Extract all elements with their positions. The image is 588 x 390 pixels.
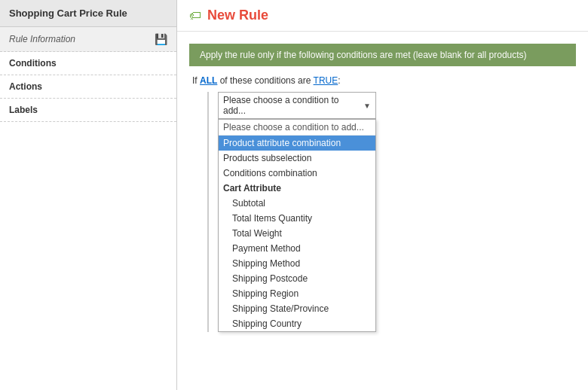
sidebar-title: Shopping Cart Price Rule — [0, 0, 176, 27]
condition-prefix: If — [192, 75, 198, 86]
dropdown-group-cart-attribute: Cart Attribute — [219, 181, 375, 196]
condition-dropdown-list: Please choose a condition to add... Prod… — [218, 119, 376, 332]
dropdown-arrow-icon: ▼ — [363, 102, 371, 110]
condition-dropdown-trigger[interactable]: Please choose a condition to add... ▼ — [218, 92, 376, 119]
condition-suffix: : — [338, 75, 340, 86]
sidebar-item-conditions-label: Conditions — [9, 58, 57, 69]
condition-banner: Apply the rule only if the following con… — [189, 44, 576, 66]
sidebar-item-rule-information[interactable]: Rule Information 💾 — [0, 27, 176, 52]
dropdown-item-shipping-country[interactable]: Shipping Country — [219, 316, 375, 331]
dropdown-item-total-weight[interactable]: Total Weight — [219, 226, 375, 241]
dropdown-item-total-items-quantity[interactable]: Total Items Quantity — [219, 211, 375, 226]
dropdown-placeholder: Please choose a condition to add... — [223, 95, 363, 116]
condition-border: Please choose a condition to add... ▼ Pl… — [207, 92, 376, 332]
sidebar-item-labels[interactable]: Labels — [0, 99, 176, 122]
main-content: 🏷 New Rule Apply the rule only if the fo… — [177, 0, 588, 390]
condition-middle: of these conditions are — [220, 75, 311, 86]
condition-row: Please choose a condition to add... ▼ Pl… — [189, 92, 576, 332]
dropdown-item-product-attribute-combination[interactable]: Product attribute combination — [219, 136, 375, 151]
dropdown-item-subtotal[interactable]: Subtotal — [219, 196, 375, 211]
tag-icon: 🏷 — [189, 9, 201, 23]
dropdown-item-shipping-state-province[interactable]: Shipping State/Province — [219, 301, 375, 316]
dropdown-item-shipping-postcode[interactable]: Shipping Postcode — [219, 271, 375, 286]
all-link[interactable]: ALL — [200, 75, 217, 86]
sidebar-item-actions[interactable]: Actions — [0, 75, 176, 99]
save-icon: 💾 — [155, 33, 167, 45]
sidebar-item-conditions[interactable]: Conditions — [0, 52, 176, 75]
dropdown-item-payment-method[interactable]: Payment Method — [219, 241, 375, 256]
dropdown-item-products-subselection[interactable]: Products subselection — [219, 151, 375, 166]
content-area: Apply the rule only if the following con… — [177, 32, 588, 344]
dropdown-item-shipping-method[interactable]: Shipping Method — [219, 256, 375, 271]
sidebar-item-rule-information-label: Rule Information — [9, 34, 75, 44]
sidebar-item-actions-label: Actions — [9, 81, 42, 92]
sidebar-item-labels-label: Labels — [9, 105, 38, 115]
condition-logic: If ALL of these conditions are TRUE: — [189, 75, 576, 86]
dropdown-item-shipping-region[interactable]: Shipping Region — [219, 286, 375, 301]
true-link[interactable]: TRUE — [314, 75, 338, 86]
dropdown-item-placeholder-2[interactable]: Please choose a condition to add... — [219, 120, 375, 136]
page-header: 🏷 New Rule — [177, 0, 588, 32]
sidebar: Shopping Cart Price Rule Rule Informatio… — [0, 0, 177, 390]
page-title: New Rule — [207, 8, 268, 23]
dropdown-item-conditions-combination[interactable]: Conditions combination — [219, 166, 375, 181]
